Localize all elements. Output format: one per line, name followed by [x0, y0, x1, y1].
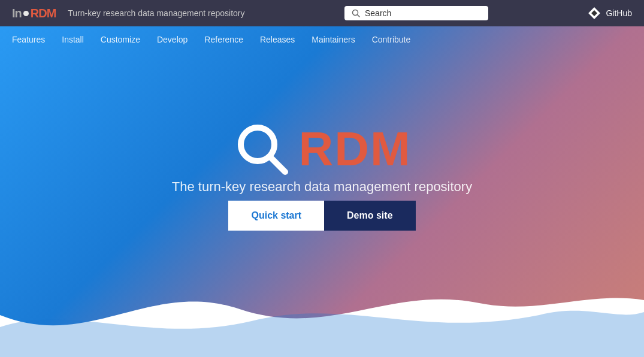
nav-item-reference[interactable]: Reference	[204, 35, 243, 44]
nav-item-install[interactable]: Install	[62, 35, 84, 44]
logo-circle-icon	[23, 11, 29, 16]
nav-item-releases[interactable]: Releases	[260, 35, 295, 44]
search-box[interactable]: Search	[344, 6, 488, 20]
nav-item-contribute[interactable]: Contribute	[372, 35, 411, 44]
logo-icon: In RDM	[12, 7, 56, 20]
logo-prefix: In	[12, 7, 22, 20]
logo-area[interactable]: In RDM Turn-key research data management…	[12, 7, 245, 20]
hero-subtitle: The turn-key research data management re…	[172, 179, 472, 195]
quickstart-button[interactable]: Quick start	[228, 201, 324, 231]
github-label: GitHub	[606, 8, 632, 18]
page: In RDM Turn-key research data management…	[0, 0, 644, 357]
nav-item-customize[interactable]: Customize	[101, 35, 140, 44]
nav-item-features[interactable]: Features	[12, 35, 45, 44]
search-area: Search	[245, 6, 588, 20]
nav-item-develop[interactable]: Develop	[157, 35, 188, 44]
hero-section: Features Install Customize Develop Refer…	[0, 26, 644, 357]
github-link[interactable]: GitHub	[588, 7, 632, 20]
svg-line-1	[357, 15, 359, 17]
wave-decoration	[0, 267, 644, 357]
search-icon	[352, 9, 360, 17]
logo-rdm: RDM	[31, 7, 56, 20]
github-icon	[588, 7, 601, 20]
hero-search-icon	[232, 119, 292, 179]
hero-rdm-label: RDM	[298, 122, 411, 177]
hero-buttons: Quick start Demo site	[228, 201, 415, 231]
search-placeholder[interactable]: Search	[365, 8, 391, 18]
demo-button[interactable]: Demo site	[324, 201, 415, 231]
nav-item-maintainers[interactable]: Maintainers	[312, 35, 355, 44]
top-bar: In RDM Turn-key research data management…	[0, 0, 644, 26]
svg-line-5	[270, 156, 285, 172]
hero-logo: RDM	[232, 119, 411, 179]
nav-bar: Features Install Customize Develop Refer…	[0, 26, 644, 53]
logo-tagline: Turn-key research data management reposi…	[68, 8, 244, 18]
